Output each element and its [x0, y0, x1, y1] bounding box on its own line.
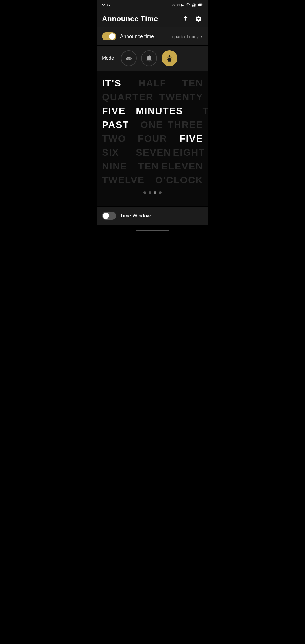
status-time: 5:05: [102, 3, 110, 7]
word-5-1: SEVEN: [136, 147, 171, 158]
word-4-0: TWO: [102, 133, 136, 144]
nav-bar: [97, 227, 208, 234]
clock-row-4: TWOFOURFIVE: [102, 133, 203, 144]
word-0-1: HALF: [136, 78, 169, 89]
announce-time-toggle[interactable]: [102, 32, 116, 40]
clock-area: It'sHALFTENQUARTERTWENTYFIVEMINUTESTOPAS…: [97, 71, 208, 206]
page-dot-2[interactable]: [154, 191, 156, 194]
page-dot-0[interactable]: [143, 191, 146, 194]
mode-bell-button[interactable]: [141, 50, 157, 66]
svg-rect-5: [202, 4, 203, 5]
status-bar: 5:05 ⚙ ✉ ▶: [97, 0, 208, 10]
word-2-0: FIVE: [102, 105, 136, 116]
announce-time-row: Announce time quarter-hourly ▼: [97, 27, 208, 45]
announce-time-label: Announce time: [120, 34, 154, 40]
word-3-2: THREE: [168, 119, 203, 130]
nav-indicator: [136, 230, 169, 231]
frequency-dropdown[interactable]: quarter-hourly ▼: [172, 34, 203, 39]
clock-row-7: TWELVEO'CLOCK: [102, 175, 203, 186]
word-6-2: ELEVEN: [161, 161, 203, 172]
clock-row-2: FIVEMINUTESTO: [102, 105, 203, 116]
word-3-0: PAST: [102, 119, 136, 130]
word-5-2: EIGHT: [171, 147, 205, 158]
toggle-left: Announce time: [102, 32, 154, 40]
clock-grid: It'sHALFTENQUARTERTWENTYFIVEMINUTESTOPAS…: [102, 78, 203, 186]
time-window-row: Time Window: [97, 207, 208, 225]
svg-rect-0: [192, 5, 193, 7]
clock-row-3: PASTONETHREE: [102, 119, 203, 130]
app-bar-actions: [181, 14, 203, 23]
dropdown-text: quarter-hourly: [172, 34, 199, 39]
word-7-2: O'CLOCK: [155, 175, 203, 186]
mode-label: Mode: [102, 55, 114, 61]
signal-icon: [192, 3, 196, 8]
svg-rect-1: [193, 5, 194, 7]
word-4-1: FOUR: [136, 133, 169, 144]
svg-rect-3: [195, 4, 195, 7]
battery-icon: [198, 2, 203, 8]
app-bar: Announce Time: [97, 10, 208, 27]
time-window-toggle[interactable]: [102, 212, 116, 220]
status-icons: ⚙ ✉ ▶: [172, 2, 203, 8]
word-2-1: MINUTES: [136, 105, 183, 116]
word-1-2: TWENTY: [159, 92, 203, 103]
settings-button[interactable]: [194, 14, 203, 23]
email-status-icon: ✉: [177, 3, 180, 7]
word-3-1: ONE: [136, 119, 168, 130]
word-0-0: It's: [102, 78, 136, 89]
play-status-icon: ▶: [181, 3, 184, 7]
chevron-down-icon: ▼: [200, 34, 203, 38]
svg-rect-6: [199, 4, 202, 6]
word-7-0: TWELVE: [102, 175, 145, 186]
page-indicators: [102, 186, 203, 197]
time-window-label: Time Window: [120, 213, 151, 219]
clock-row-6: NINETENELEVEN: [102, 161, 203, 172]
wifi-icon: [186, 3, 190, 8]
word-1-0: QUARTER: [102, 92, 153, 103]
clock-row-5: SIXSEVENEIGHT: [102, 147, 203, 158]
word-4-2: FIVE: [169, 133, 203, 144]
app-title: Announce Time: [102, 14, 158, 23]
word-2-2: TO: [183, 105, 208, 116]
word-0-2: TEN: [169, 78, 203, 89]
mode-church-button[interactable]: [162, 50, 177, 66]
page-dot-3[interactable]: [159, 191, 162, 194]
svg-rect-2: [194, 4, 195, 7]
settings-status-icon: ⚙: [172, 3, 175, 7]
word-6-0: NINE: [102, 161, 136, 172]
clock-row-1: QUARTERTWENTY: [102, 92, 203, 103]
mode-row: Mode: [97, 46, 208, 71]
sparkles-button[interactable]: [181, 14, 190, 23]
word-5-0: SIX: [102, 147, 136, 158]
mode-voice-button[interactable]: [121, 50, 137, 66]
page-dot-1[interactable]: [149, 191, 151, 194]
word-6-1: TEN: [136, 161, 161, 172]
clock-row-0: It'sHALFTEN: [102, 78, 203, 89]
